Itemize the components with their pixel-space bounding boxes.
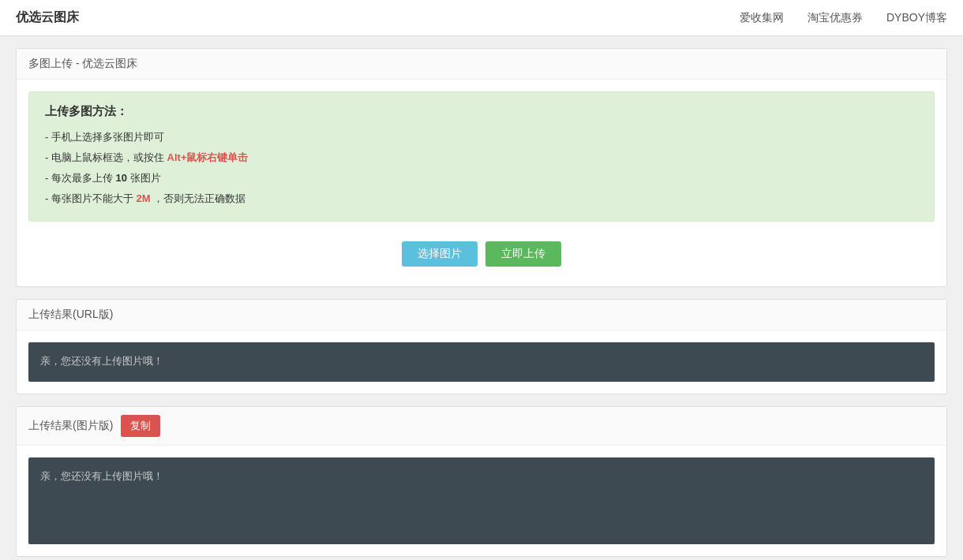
img-result-card-body: 亲，您还没有上传图片哦！ bbox=[17, 446, 946, 556]
main-content: 多图上传 - 优选云图床 上传多图方法： - 手机上选择多张图片即可 - 电脑上… bbox=[0, 36, 963, 560]
url-result-box: 亲，您还没有上传图片哦！ bbox=[28, 342, 935, 382]
img-result-card: 上传结果(图片版) 复制 亲，您还没有上传图片哦！ bbox=[16, 406, 947, 557]
upload-info-box: 上传多图方法： - 手机上选择多张图片即可 - 电脑上鼠标框选，或按住 Alt+… bbox=[28, 91, 935, 222]
img-result-card-header: 上传结果(图片版) 复制 bbox=[17, 407, 946, 446]
img-result-empty-msg: 亲，您还没有上传图片哦！ bbox=[40, 470, 163, 482]
tip-3: - 每次最多上传 10 张图片 bbox=[45, 168, 918, 189]
upload-card-header: 多图上传 - 优选云图床 bbox=[17, 49, 946, 80]
info-box-title: 上传多图方法： bbox=[45, 104, 918, 119]
upload-card-title: 多图上传 - 优选云图床 bbox=[28, 57, 137, 69]
header: 优选云图床 爱收集网 淘宝优惠券 DYBOY博客 bbox=[0, 0, 963, 36]
url-result-card-body: 亲，您还没有上传图片哦！ bbox=[17, 330, 946, 394]
nav-link-2[interactable]: 淘宝优惠券 bbox=[807, 11, 863, 25]
header-nav: 爱收集网 淘宝优惠券 DYBOY博客 bbox=[740, 11, 947, 25]
img-result-title: 上传结果(图片版) bbox=[28, 419, 113, 433]
upload-now-button[interactable]: 立即上传 bbox=[485, 241, 561, 267]
nav-link-3[interactable]: DYBOY博客 bbox=[886, 11, 947, 25]
img-result-box: 亲，您还没有上传图片哦！ bbox=[28, 457, 935, 544]
url-result-card-header: 上传结果(URL版) bbox=[17, 300, 946, 330]
upload-card-body: 上传多图方法： - 手机上选择多张图片即可 - 电脑上鼠标框选，或按住 Alt+… bbox=[17, 80, 946, 286]
site-logo: 优选云图床 bbox=[16, 9, 79, 26]
tip-4: - 每张图片不能大于 2M ，否则无法正确数据 bbox=[45, 189, 918, 209]
url-result-card: 上传结果(URL版) 亲，您还没有上传图片哦！ bbox=[16, 299, 947, 394]
upload-card: 多图上传 - 优选云图床 上传多图方法： - 手机上选择多张图片即可 - 电脑上… bbox=[16, 48, 947, 287]
upload-btn-row: 选择图片 立即上传 bbox=[28, 237, 935, 274]
select-image-button[interactable]: 选择图片 bbox=[402, 241, 478, 267]
url-result-empty-msg: 亲，您还没有上传图片哦！ bbox=[40, 355, 163, 367]
tip-2: - 电脑上鼠标框选，或按住 Alt+鼠标右键单击 bbox=[45, 147, 918, 168]
url-result-title: 上传结果(URL版) bbox=[28, 308, 113, 320]
tip-1: - 手机上选择多张图片即可 bbox=[45, 127, 918, 147]
copy-button[interactable]: 复制 bbox=[121, 415, 160, 437]
nav-link-1[interactable]: 爱收集网 bbox=[740, 11, 784, 25]
